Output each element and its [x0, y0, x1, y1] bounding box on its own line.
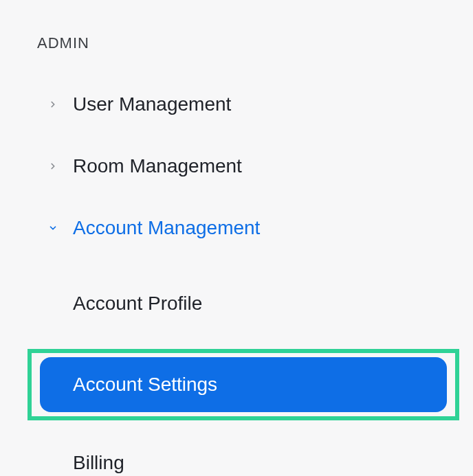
subnav-item-account-profile[interactable]: Account Profile — [28, 279, 473, 328]
subnav-highlight-box: Account Settings — [28, 349, 459, 420]
chevron-right-icon — [45, 159, 60, 174]
nav-item-room-management[interactable]: Room Management — [0, 155, 473, 177]
subnav-item-account-settings[interactable]: Account Settings — [40, 357, 447, 412]
nav-item-label: User Management — [73, 93, 231, 115]
subnav-container: Account Profile Account Settings Billing — [0, 279, 473, 476]
nav-item-label: Account Management — [73, 217, 260, 239]
section-header-admin: ADMIN — [0, 34, 473, 52]
nav-item-user-management[interactable]: User Management — [0, 93, 473, 115]
nav-item-account-management[interactable]: Account Management — [0, 217, 473, 239]
chevron-down-icon — [45, 220, 60, 236]
subnav-item-billing[interactable]: Billing — [28, 438, 473, 476]
chevron-right-icon — [45, 97, 60, 112]
nav-item-label: Room Management — [73, 155, 242, 177]
